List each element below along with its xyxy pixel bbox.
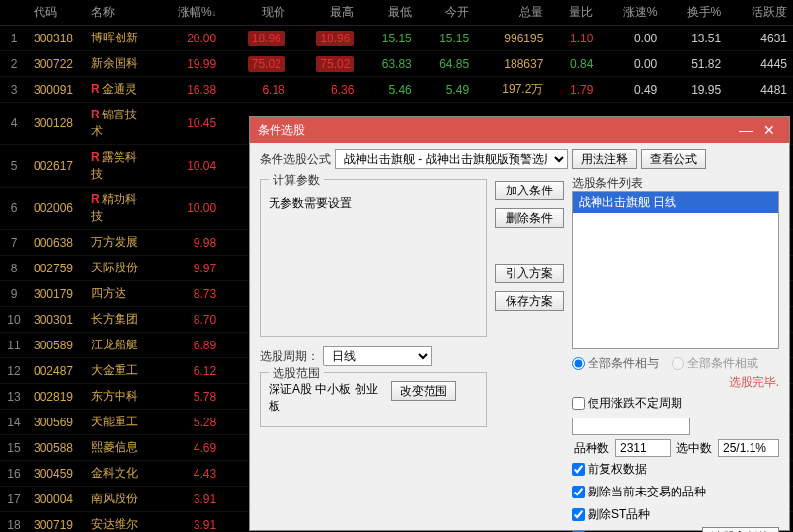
table-row[interactable]: 3300091R金通灵16.386.186.365.465.49197.2万1.… xyxy=(0,77,793,103)
col-header[interactable]: 名称 xyxy=(85,0,152,26)
period-label: 选股周期： xyxy=(260,348,319,365)
pct-period-input[interactable] xyxy=(572,418,690,435)
change-scope-button[interactable]: 改变范围 xyxy=(391,381,456,401)
selected-value xyxy=(718,439,779,457)
remove-nontrade-checkbox[interactable]: 剔除当前未交易的品种 xyxy=(572,484,706,500)
time-range-checkbox[interactable]: 时间段内满足条件 xyxy=(572,529,682,533)
minimize-icon[interactable]: — xyxy=(734,117,757,143)
param-text: 无参数需要设置 xyxy=(269,195,478,212)
remove-st-checkbox[interactable]: 剔除ST品种 xyxy=(572,506,650,523)
save-plan-button[interactable]: 保存方案 xyxy=(495,291,564,311)
col-header[interactable]: 涨速% xyxy=(598,0,663,26)
condition-item[interactable]: 战神出击旗舰 日线 xyxy=(573,192,778,213)
condition-list[interactable]: 战神出击旗舰 日线 xyxy=(572,191,779,349)
use-pct-checkbox[interactable]: 使用涨跌不定周期 xyxy=(572,395,682,412)
count-label: 品种数 xyxy=(574,440,609,457)
scope-text: 深证A股 中小板 创业板 xyxy=(269,381,385,415)
to-block-button[interactable]: 选股入板块 xyxy=(702,527,779,532)
radio-and[interactable]: 全部条件相与 xyxy=(572,356,659,370)
col-header[interactable]: 今开 xyxy=(418,0,475,26)
condition-dialog: 条件选股 — ✕ 条件选股公式 战神出击旗舰 - 战神出击旗舰版预警选股 用法注… xyxy=(249,116,790,531)
view-formula-button[interactable]: 查看公式 xyxy=(641,149,706,169)
count-value xyxy=(615,439,671,457)
col-header[interactable]: 现价 xyxy=(222,0,291,26)
dialog-titlebar[interactable]: 条件选股 — ✕ xyxy=(250,117,789,143)
formula-label: 条件选股公式 xyxy=(260,151,331,168)
dialog-title: 条件选股 xyxy=(258,117,734,143)
col-header[interactable] xyxy=(0,0,28,26)
col-header[interactable]: 换手% xyxy=(663,0,727,26)
import-plan-button[interactable]: 引入方案 xyxy=(495,264,564,283)
col-header[interactable]: 涨幅%↓ xyxy=(152,0,222,26)
cond-list-label: 选股条件列表 xyxy=(572,175,779,191)
col-header[interactable]: 最高 xyxy=(291,0,360,26)
usage-button[interactable]: 用法注释 xyxy=(572,149,637,169)
col-header[interactable]: 最低 xyxy=(359,0,417,26)
delete-condition-button[interactable]: 删除条件 xyxy=(495,208,564,228)
scope-group-title: 选股范围 xyxy=(269,365,324,382)
selected-label: 选中数 xyxy=(676,440,712,457)
table-row[interactable]: 2300722新余国科19.9975.0275.0263.8364.851886… xyxy=(0,51,793,77)
table-row[interactable]: 1300318博晖创新20.0018.9618.9615.1515.159961… xyxy=(0,26,793,51)
period-select[interactable]: 日线 xyxy=(323,346,432,366)
col-header[interactable]: 总量 xyxy=(475,0,549,26)
col-header[interactable]: 代码 xyxy=(28,0,85,26)
add-condition-button[interactable]: 加入条件 xyxy=(495,181,564,200)
col-header[interactable]: 量比 xyxy=(549,0,598,26)
done-text: 选股完毕. xyxy=(572,374,779,391)
param-group-title: 计算参数 xyxy=(269,172,324,189)
close-icon[interactable]: ✕ xyxy=(757,117,781,143)
fq-checkbox[interactable]: 前复权数据 xyxy=(572,461,647,478)
radio-or[interactable]: 全部条件相或 xyxy=(672,356,758,370)
formula-select[interactable]: 战神出击旗舰 - 战神出击旗舰版预警选股 xyxy=(335,149,568,169)
col-header[interactable]: 活跃度 xyxy=(727,0,793,26)
